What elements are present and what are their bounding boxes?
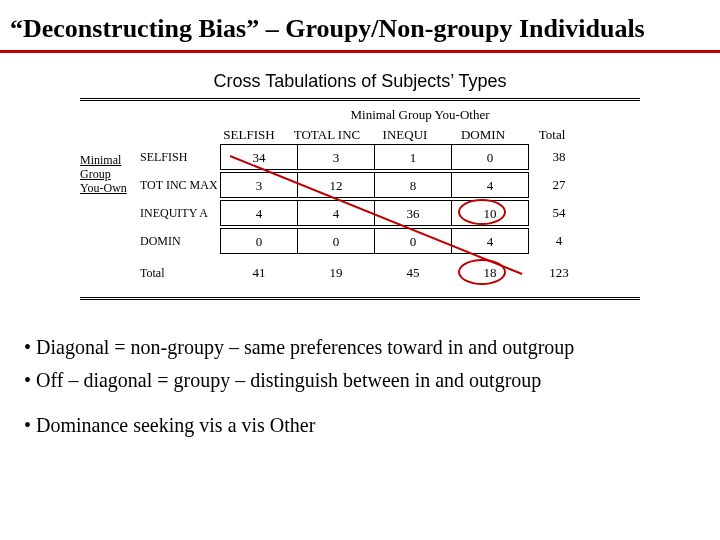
cell-r4c3: 0 xyxy=(374,228,452,254)
row-group-l2: Group xyxy=(80,167,140,181)
cell-r4tot: 4 xyxy=(529,233,589,249)
title-rule xyxy=(0,50,720,53)
cell-r1c4: 0 xyxy=(451,144,529,170)
row-name-totinc: TOT INC MAX xyxy=(140,178,220,193)
cell-r1c3: 1 xyxy=(374,144,452,170)
cell-totc1: 41 xyxy=(220,262,298,284)
col-group-header: Minimal Group You-Other xyxy=(80,107,640,123)
cell-totc3: 45 xyxy=(374,262,452,284)
row-name-total: Total xyxy=(140,266,220,281)
bullet-2: • Off – diagonal = groupy – distinguish … xyxy=(24,369,720,392)
bullet-3: • Dominance seeking vis a vis Other xyxy=(24,414,720,437)
bullet-list: • Diagonal = non-groupy – same preferenc… xyxy=(24,336,720,437)
rule-top xyxy=(80,98,640,101)
cell-r2c3: 8 xyxy=(374,172,452,198)
table-row: SELFISH 34 3 1 0 38 xyxy=(80,143,640,171)
row-name-selfish: SELFISH xyxy=(140,150,220,165)
col-selfish: SELFISH xyxy=(210,127,288,143)
cell-r1c1: 34 xyxy=(220,144,298,170)
cell-r3tot: 54 xyxy=(529,205,589,221)
row-name-inequity: INEQUITY A xyxy=(140,206,220,221)
cell-r3c3: 36 xyxy=(374,200,452,226)
cell-totc4: 18 xyxy=(451,262,529,284)
cross-tab-table: Minimal Group You-Other Minimal Group Yo… xyxy=(80,98,640,300)
col-inequi: INEQUI xyxy=(366,127,444,143)
row-group-header: Minimal Group You-Own xyxy=(80,153,140,195)
table-row: DOMIN 0 0 0 4 4 xyxy=(80,227,640,255)
cell-r2tot: 27 xyxy=(529,177,589,193)
cell-r4c1: 0 xyxy=(220,228,298,254)
col-total: Total xyxy=(522,127,582,143)
cell-r1c2: 3 xyxy=(297,144,375,170)
cell-tottot: 123 xyxy=(529,262,589,284)
cell-r3c1: 4 xyxy=(220,200,298,226)
table-row: INEQUITY A 4 4 36 10 54 xyxy=(80,199,640,227)
table-row-total: Total 41 19 45 18 123 xyxy=(80,259,640,287)
cell-r3c2: 4 xyxy=(297,200,375,226)
table-grid: Minimal Group You-Other Minimal Group Yo… xyxy=(80,107,640,287)
bullet-2-text: Off – diagonal = groupy – distinguish be… xyxy=(36,369,541,391)
slide-title: “Deconstructing Bias” – Groupy/Non-group… xyxy=(0,0,720,50)
row-group-l1: Minimal xyxy=(80,153,140,167)
bullet-1: • Diagonal = non-groupy – same preferenc… xyxy=(24,336,720,359)
row-name-domin: DOMIN xyxy=(140,234,220,249)
col-totalinc: TOTAL INC xyxy=(288,127,366,143)
col-domin: DOMIN xyxy=(444,127,522,143)
cell-r2c2: 12 xyxy=(297,172,375,198)
cell-r1tot: 38 xyxy=(529,149,589,165)
table-row: TOT INC MAX 3 12 8 4 27 xyxy=(80,171,640,199)
cell-r3c4: 10 xyxy=(451,200,529,226)
cell-r4c4: 4 xyxy=(451,228,529,254)
rule-bottom xyxy=(80,297,640,300)
row-group-l3: You-Own xyxy=(80,181,140,195)
cell-r4c2: 0 xyxy=(297,228,375,254)
cell-r2c1: 3 xyxy=(220,172,298,198)
table-caption: Cross Tabulations of Subjects’ Types xyxy=(0,71,720,92)
cell-r2c4: 4 xyxy=(451,172,529,198)
bullet-3-text: Dominance seeking vis a vis Other xyxy=(36,414,315,436)
cell-totc2: 19 xyxy=(297,262,375,284)
column-headers: SELFISH TOTAL INC INEQUI DOMIN Total xyxy=(80,127,640,143)
bullet-1-text: Diagonal = non-groupy – same preferences… xyxy=(36,336,574,358)
